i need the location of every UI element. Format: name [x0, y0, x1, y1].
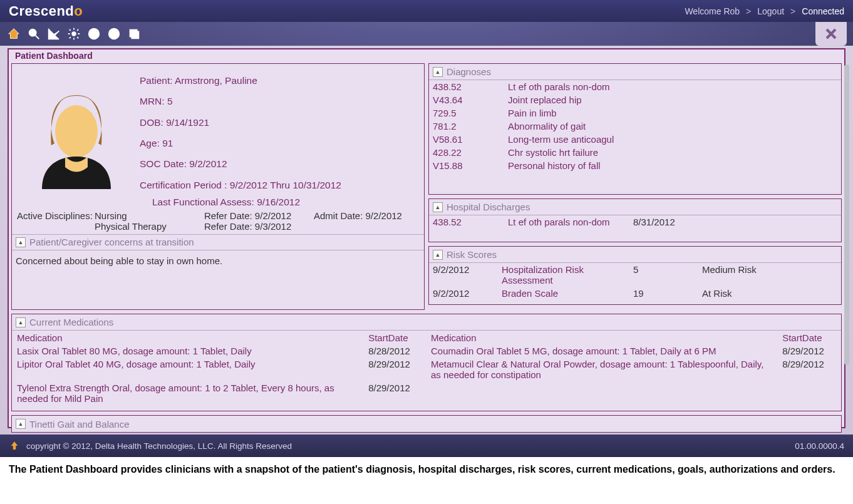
table-row: 729.5Pain in limb	[429, 106, 841, 120]
concerns-body: Concerned about being able to stay in ow…	[12, 250, 424, 271]
sep-2: >	[790, 6, 795, 16]
windows-icon[interactable]	[125, 25, 143, 43]
med-name: Lasix Oral Tablet 80 MG, dosage amount: …	[13, 345, 363, 357]
discipline-2-refer: Refer Date: 9/3/2012	[204, 221, 314, 232]
med-start: 8/29/2012	[364, 382, 426, 404]
svg-point-10	[55, 105, 98, 158]
medications-box: ▲ Current Medications Medication StartDa…	[11, 314, 842, 411]
welcome-label: Welcome Rob	[685, 6, 740, 16]
disch-desc: Lt ef oth parals non-dom	[504, 215, 629, 229]
diag-desc: Long-term use anticoagul	[504, 133, 841, 146]
disciplines-label: Active Disciplines:	[17, 210, 95, 221]
risk-name: Braden Scale	[498, 287, 629, 300]
risk-date: 9/2/2012	[429, 287, 498, 300]
col-medication-1: Medication	[13, 332, 363, 344]
diagnoses-box: ▲ Diagnoses 438.52Lt ef oth parals non-d…	[428, 63, 842, 195]
right-column: ▲ Diagnoses 438.52Lt ef oth parals non-d…	[428, 63, 842, 310]
discipline-1-admit: Admit Date: 9/2/2012	[314, 210, 402, 221]
concerns-header: ▲ Patient/Caregiver concerns at transiti…	[12, 234, 424, 250]
patient-info-box: Patient: Armstrong, Pauline MRN: 5 DOB: …	[11, 63, 425, 310]
gear-icon[interactable]	[65, 25, 83, 43]
discipline-2: Physical Therapy	[95, 221, 204, 232]
risk-level: At Risk	[698, 287, 841, 300]
risk-name: Hospitalization Risk Assessment	[498, 263, 629, 287]
patient-dob: DOB: 9/14/1921	[140, 112, 419, 133]
table-row: 428.22Chr systolic hrt failure	[429, 146, 841, 159]
med-name: Metamucil Clear & Natural Oral Powder, d…	[427, 358, 777, 381]
diag-code: V15.88	[429, 159, 504, 172]
med-start	[778, 382, 840, 404]
footer-icon	[9, 440, 20, 451]
diag-desc: Lt ef oth parals non-dom	[504, 80, 841, 93]
connection-status: Connected	[802, 6, 844, 16]
close-tab-button[interactable]	[815, 22, 847, 46]
medications-body[interactable]: Medication StartDate Medication StartDat…	[12, 331, 841, 407]
table-row: Lasix Oral Tablet 80 MG, dosage amount: …	[13, 345, 840, 357]
col-start-2: StartDate	[778, 332, 840, 344]
chart-icon[interactable]	[45, 25, 63, 43]
patient-mrn: MRN: 5	[140, 91, 419, 111]
diagnoses-table: 438.52Lt ef oth parals non-domV43.64Join…	[429, 80, 841, 172]
collapse-icon[interactable]: ▲	[16, 419, 26, 429]
patient-cert: Certification Period : 9/2/2012 Thru 10/…	[140, 175, 419, 195]
dashboard-panel: Patient Dashboard	[8, 48, 845, 428]
table-row: V43.64Joint replaced hip	[429, 93, 841, 106]
patient-avatar	[17, 70, 136, 189]
table-row: 438.52Lt ef oth parals non-dom8/31/2012	[429, 215, 841, 229]
table-row: 781.2Abnormality of gait	[429, 120, 841, 133]
med-start: 8/29/2012	[364, 358, 426, 381]
diag-desc: Joint replaced hip	[504, 93, 841, 106]
med-name: Lipitor Oral Tablet 40 MG, dosage amount…	[13, 358, 363, 381]
disch-date: 8/31/2012	[629, 215, 841, 229]
collapse-icon[interactable]: ▲	[433, 67, 443, 77]
med-start: 8/29/2012	[778, 358, 840, 381]
concerns-title: Patient/Caregiver concerns at transition	[29, 237, 194, 247]
home-icon[interactable]	[5, 25, 23, 43]
risk-score: 19	[629, 287, 698, 300]
discharges-title: Hospital Discharges	[447, 202, 530, 212]
diag-desc: Abnormality of gait	[504, 120, 841, 133]
med-start: 8/28/2012	[364, 345, 426, 357]
patient-name: Patient: Armstrong, Pauline	[140, 70, 419, 91]
tinetti-box: ▲ Tinetti Gait and Balance	[11, 415, 842, 433]
disch-code: 438.52	[429, 215, 504, 229]
scrollbar-thumb[interactable]	[844, 64, 849, 365]
toolbar	[0, 22, 853, 46]
medications-header: ▲ Current Medications	[12, 314, 841, 331]
medications-table: Medication StartDate Medication StartDat…	[12, 331, 841, 406]
risk-date: 9/2/2012	[429, 263, 498, 287]
logo-o: o	[74, 3, 83, 19]
diag-desc: Personal history of fall	[504, 159, 841, 172]
collapse-icon[interactable]: ▲	[433, 250, 443, 260]
med-name	[427, 382, 777, 404]
collapse-icon[interactable]: ▲	[16, 237, 26, 247]
table-row: Lipitor Oral Tablet 40 MG, dosage amount…	[13, 358, 840, 381]
disciplines: Active Disciplines: Nursing Refer Date: …	[17, 210, 419, 232]
table-row: V58.61Long-term use anticoagul	[429, 133, 841, 146]
medications-title: Current Medications	[29, 317, 113, 327]
collapse-icon[interactable]: ▲	[16, 317, 26, 327]
app-footer: copyright © 2012, Delta Health Technolog…	[0, 435, 853, 457]
panel-title: Patient Dashboard	[9, 49, 844, 62]
last-assess: Last Functional Assess: 9/16/2012	[152, 197, 419, 208]
panel-scrollbar[interactable]	[844, 64, 850, 423]
table-row: 9/2/2012Braden Scale19At Risk	[429, 287, 841, 300]
info-icon[interactable]	[105, 25, 123, 43]
discipline-1: Nursing	[95, 210, 204, 221]
diag-desc: Pain in limb	[504, 106, 841, 120]
med-start: 8/29/2012	[778, 345, 840, 357]
tinetti-title: Tinetti Gait and Balance	[29, 419, 130, 429]
diag-code: 781.2	[429, 120, 504, 133]
logout-link[interactable]: Logout	[757, 6, 784, 16]
search-icon[interactable]	[25, 25, 43, 43]
collapse-icon[interactable]: ▲	[433, 202, 443, 212]
discharges-box: ▲ Hospital Discharges 438.52Lt ef oth pa…	[428, 198, 842, 242]
risk-table: 9/2/2012Hospitalization Risk Assessment5…	[429, 263, 841, 300]
logo-text: Crescend	[9, 3, 74, 19]
app-logo: Crescendo	[9, 3, 83, 19]
diagnoses-header: ▲ Diagnoses	[429, 64, 841, 80]
table-row: V15.88Personal history of fall	[429, 159, 841, 172]
help-icon[interactable]	[85, 25, 103, 43]
close-icon	[824, 26, 839, 41]
med-name: Tylenol Extra Strength Oral, dosage amou…	[13, 382, 363, 404]
